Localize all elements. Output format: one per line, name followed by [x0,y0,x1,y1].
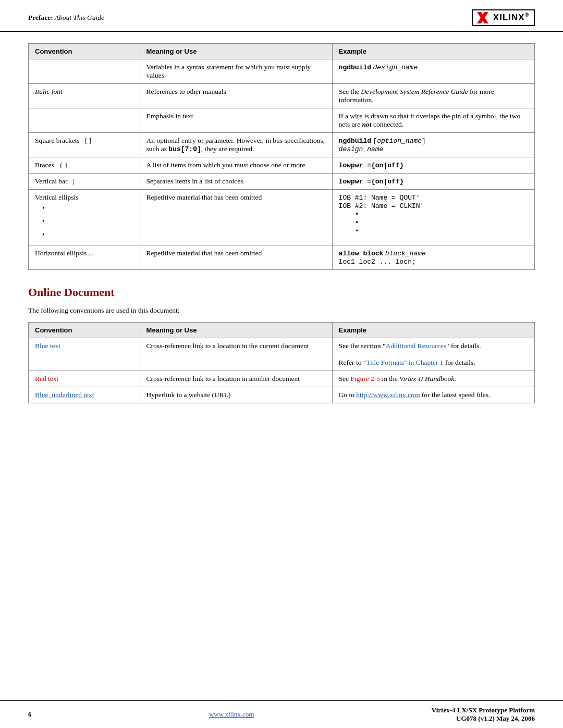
blue-text-label: Blue text [35,342,60,350]
code-iob2: IOB #2: Name = CLKIN' [339,202,424,210]
svg-marker-0 [477,12,488,23]
italic-example-ref: Development System Reference Guide [361,88,468,95]
convention-cell: Vertical ellipsis • • • [29,190,140,245]
logo-reg: ® [525,12,530,18]
convention-cell: Red text [29,371,140,387]
meaning-cell: Repetitive material that has been omitte… [140,245,332,269]
convention-cell: Blue, underlined text [29,387,140,403]
xilinx-url-link[interactable]: http://www.xilinx.com [356,391,420,399]
page-footer: 6 www.xilinx.com Virtex-4 LX/SX Prototyp… [0,700,563,728]
meaning-cell: References to other manuals [140,84,332,108]
example-cell: allow block block_name loc1 loc2 ... loc… [332,245,534,269]
convention-cell: Square brackets [ ] [29,133,140,157]
footer-version: UG078 (v1.2) May 24, 2006 [432,714,535,723]
table2-col-example: Example [332,322,534,338]
meaning-cell: Cross-reference link to a location in an… [140,371,332,387]
table-row: Vertical bar | Separates items in a list… [29,174,535,190]
meaning-cell: Hyperlink to a website (URL) [140,387,332,403]
table-row: Horizontal ellipsis ... Repetitive mater… [29,245,535,269]
meaning-cell: Variables in a syntax statement for whic… [140,59,332,84]
example-cell: lowpwr ={on|off} [332,157,534,174]
example-cell: If a wire is drawn so that it overlaps t… [332,108,534,133]
code-iob1: IOB #1: Name = QOUT' [339,194,420,202]
table-row: Blue, underlined text Hyperlink to a web… [29,387,535,403]
code-dot1: • [339,211,359,218]
convention-cell [29,108,140,133]
table-row: Variables in a syntax statement for whic… [29,59,535,84]
convention-table-1: Convention Meaning or Use Example Variab… [28,43,535,270]
example-cell: See Figure 2-5 in the Virtex-II Handbook… [332,371,534,387]
convention-cell: Horizontal ellipsis ... [29,245,140,269]
meaning-cell: Repetitive material that has been omitte… [140,190,332,245]
table2-col-meaning: Meaning or Use [140,322,332,338]
code-lowpwr2: lowpwr ={on|off} [339,178,404,186]
table1-col-meaning: Meaning or Use [140,44,332,59]
table1-header-row: Convention Meaning or Use Example [29,44,535,59]
code-lowpwr1: lowpwr ={on|off} [339,162,404,169]
main-content: Convention Meaning or Use Example Variab… [0,43,563,700]
convention-cell [29,59,140,84]
logo-text: XILINX® [477,12,530,23]
meaning-cell: A list of items from which you must choo… [140,157,332,174]
table-row: Braces { } A list of items from which yo… [29,157,535,174]
footer-right: Virtex-4 LX/SX Prototype Platform UG078 … [432,706,535,723]
code-allow: allow block [339,250,384,257]
table-row: Square brackets [ ] An optional entry or… [29,133,535,157]
table-row: Italic font References to other manuals … [29,84,535,108]
convention-cell: Vertical bar | [29,174,140,190]
red-text-label: Red text [35,375,58,382]
page-header: Preface: About This Guide XILINX® [0,0,563,32]
code-loc: loc1 loc2 ... locn; [339,258,416,266]
meaning-cell: Separates items in a list of choices [140,174,332,190]
additional-resources-link[interactable]: Additional Resources [385,342,446,350]
meaning-cell: Emphasis in text [140,108,332,133]
footer-product-name: Virtex-4 LX/SX Prototype Platform [432,706,535,714]
header-title-main: About This Guide [55,14,104,21]
blue-underlined-label: Blue, underlined text [35,391,94,399]
convention-cell: Blue text [29,338,140,371]
table1-col-example: Example [332,44,534,59]
convention-table-2: Convention Meaning or Use Example Blue t… [28,322,535,403]
table2-header-row: Convention Meaning or Use Example [29,322,535,338]
title-formats-link[interactable]: Title Formats" in Chapter 1 [366,359,443,366]
code-dot2: • [339,219,359,227]
online-document-heading: Online Document [28,286,535,299]
logo-xilinx-word: XILINX [493,13,525,22]
italic-font-label: Italic font [35,88,63,95]
convention-cell: Braces { } [29,157,140,174]
header-title: Preface: About This Guide [28,14,104,22]
figure-link[interactable]: Figure 2-5 [350,375,380,382]
table-row: Vertical ellipsis • • • Repetitive mater… [29,190,535,245]
header-title-prefix: Preface: [28,14,53,21]
table-row: Emphasis in text If a wire is drawn so t… [29,108,535,133]
example-cell: IOB #1: Name = QOUT' IOB #2: Name = CLKI… [332,190,534,245]
table-row: Red text Cross-reference link to a locat… [29,371,535,387]
example-cell: See the Development System Reference Gui… [332,84,534,108]
example-cell: lowpwr ={on|off} [332,174,534,190]
meaning-cell: Cross-reference link to a location in th… [140,338,332,371]
xilinx-x-icon [477,12,488,23]
footer-page-number: 6 [28,710,32,719]
example-cell: See the section "Additional Resources" f… [332,338,534,371]
table-row: Blue text Cross-reference link to a loca… [29,338,535,371]
vert-dots: • • • [35,202,133,241]
section2-intro: The following conventions are used in th… [28,306,535,315]
code-option: [option_name] [373,137,425,145]
code-design-name: design_name [373,64,418,71]
xilinx-logo: XILINX® [472,9,535,26]
example-cell: ngdbuild [option_name] design_name [332,133,534,157]
table1-col-convention: Convention [29,44,140,59]
footer-center[interactable]: www.xilinx.com [209,710,254,719]
code-dot3: • [339,227,359,235]
example-cell: Go to http://www.xilinx.com for the late… [332,387,534,403]
code-ngdbuild2: ngdbuild [339,137,371,145]
convention-cell: Italic font [29,84,140,108]
example-cell: ngdbuild design_name [332,59,534,84]
footer-website-link[interactable]: www.xilinx.com [209,710,254,718]
code-blockname: block_name [385,250,426,257]
table2-col-convention: Convention [29,322,140,338]
code-ngdbuild: ngdbuild [339,64,371,71]
code-design2: design_name [339,145,384,153]
meaning-cell: An optional entry or parameter. However,… [140,133,332,157]
